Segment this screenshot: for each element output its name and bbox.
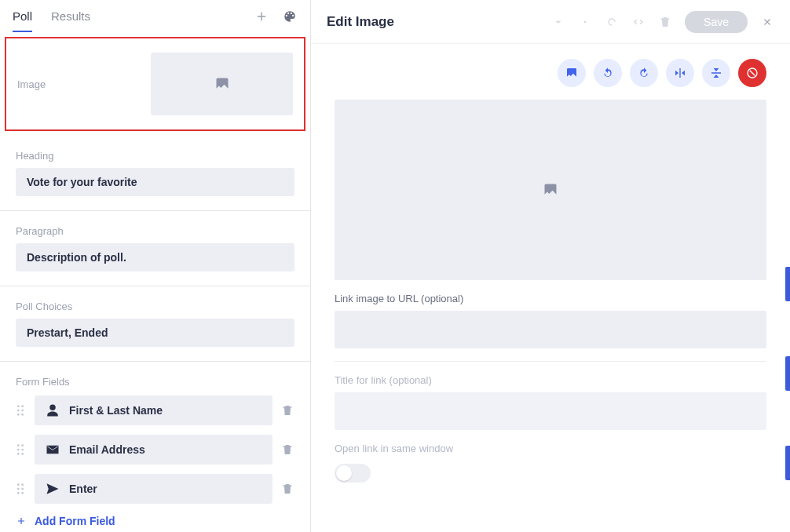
- edge-tab[interactable]: [785, 446, 790, 480]
- tab-poll[interactable]: Poll: [13, 0, 32, 32]
- svg-point-0: [17, 405, 20, 407]
- svg-point-8: [17, 449, 20, 451]
- svg-point-14: [17, 488, 20, 490]
- edit-panel: Edit Image Save: [311, 0, 790, 532]
- add-form-field-button[interactable]: Add Form Field: [16, 515, 294, 527]
- pollchoices-label: Poll Choices: [16, 301, 294, 312]
- link-url-input[interactable]: [335, 311, 766, 348]
- plus-icon: [16, 516, 27, 527]
- drag-icon: [16, 443, 25, 456]
- svg-point-3: [21, 410, 24, 412]
- remove-image-button[interactable]: [738, 59, 766, 87]
- person-icon: [46, 403, 60, 417]
- block-heading[interactable]: Heading: [0, 136, 310, 211]
- trash-icon: [659, 16, 671, 28]
- section-divider: [335, 361, 766, 362]
- rotate-left-button[interactable]: [594, 59, 622, 87]
- svg-point-1: [21, 405, 24, 407]
- link-url-label: Link image to URL (optional): [335, 293, 766, 304]
- form-field-row: Enter: [16, 474, 294, 504]
- image-icon: [543, 182, 558, 198]
- heading-label: Heading: [16, 150, 294, 162]
- code-icon: [632, 16, 645, 28]
- edit-body: Link image to URL (optional) Title for l…: [311, 43, 790, 532]
- form-field-name[interactable]: First & Last Name: [35, 395, 272, 425]
- svg-point-2: [17, 410, 20, 412]
- same-window-label: Open link in same window: [335, 443, 453, 454]
- delete-field-button[interactable]: [280, 443, 294, 457]
- close-icon: [762, 16, 773, 27]
- pollchoices-input[interactable]: [16, 319, 294, 347]
- close-button[interactable]: [760, 15, 774, 29]
- edit-panel-title: Edit Image: [327, 14, 394, 30]
- drag-handle[interactable]: [16, 443, 27, 456]
- svg-point-17: [21, 492, 24, 494]
- edge-tab[interactable]: [785, 267, 790, 301]
- svg-point-13: [21, 483, 24, 486]
- form-field-submit[interactable]: Enter: [35, 474, 272, 504]
- svg-point-18: [584, 20, 587, 23]
- delete-field-button[interactable]: [280, 403, 294, 417]
- svg-point-6: [17, 444, 20, 446]
- form-field-email[interactable]: Email Address: [35, 435, 272, 465]
- plus-icon: [254, 9, 269, 24]
- add-form-field-label: Add Form Field: [35, 515, 115, 527]
- drag-handle[interactable]: [16, 404, 27, 417]
- redo-icon: [638, 67, 650, 79]
- trash-icon: [281, 443, 294, 456]
- paragraph-label: Paragraph: [16, 225, 294, 237]
- add-block-button[interactable]: [254, 9, 269, 24]
- flip-vertical-button[interactable]: [702, 59, 730, 87]
- rotate-right-button[interactable]: [630, 59, 658, 87]
- edge-tab[interactable]: [785, 356, 790, 391]
- revert-button[interactable]: [605, 15, 619, 29]
- block-image[interactable]: Image: [5, 37, 305, 131]
- svg-point-4: [17, 414, 20, 416]
- send-icon: [46, 482, 60, 496]
- form-field-row: First & Last Name: [16, 395, 294, 425]
- save-button[interactable]: Save: [685, 11, 748, 33]
- svg-point-11: [21, 453, 24, 455]
- image-placeholder[interactable]: [151, 53, 293, 115]
- drag-handle[interactable]: [16, 483, 27, 495]
- tab-results[interactable]: Results: [51, 0, 90, 32]
- formfields-label: Form Fields: [16, 376, 294, 388]
- flip-horizontal-icon: [674, 67, 686, 79]
- form-field-label: Email Address: [69, 443, 145, 456]
- dot-icon: [579, 16, 591, 28]
- svg-point-15: [21, 488, 24, 490]
- svg-point-9: [21, 449, 24, 451]
- image-toolbar: [335, 59, 766, 87]
- form-field-label: First & Last Name: [69, 404, 163, 417]
- block-paragraph[interactable]: Paragraph: [0, 211, 310, 286]
- image-icon: [214, 76, 230, 92]
- svg-point-12: [17, 483, 20, 486]
- same-window-toggle[interactable]: [335, 464, 371, 483]
- unknown-action[interactable]: [578, 15, 592, 29]
- drag-icon: [16, 483, 25, 495]
- image-icon: [565, 67, 578, 79]
- edit-header: Edit Image Save: [311, 0, 790, 43]
- trash-icon: [281, 404, 294, 417]
- theme-settings-button[interactable]: [282, 9, 298, 24]
- form-field-label: Enter: [69, 483, 97, 495]
- svg-point-7: [21, 444, 24, 446]
- block-poll-choices[interactable]: Poll Choices: [0, 286, 310, 362]
- delete-field-button[interactable]: [280, 482, 294, 496]
- svg-point-5: [21, 414, 24, 416]
- envelope-icon: [46, 443, 60, 457]
- code-view-button[interactable]: [631, 15, 646, 29]
- paragraph-input[interactable]: [16, 243, 294, 271]
- heading-input[interactable]: [16, 168, 294, 196]
- remove-icon: [746, 67, 759, 79]
- delete-button[interactable]: [658, 15, 672, 29]
- link-title-input[interactable]: [335, 392, 766, 430]
- svg-point-16: [17, 492, 20, 494]
- flip-horizontal-button[interactable]: [666, 59, 694, 87]
- image-preview[interactable]: [335, 100, 766, 280]
- dropdown-button[interactable]: [551, 15, 565, 29]
- palette-icon: [283, 9, 297, 24]
- flip-vertical-icon: [710, 67, 722, 79]
- replace-image-button[interactable]: [558, 59, 586, 87]
- tabs-bar: Poll Results: [0, 0, 310, 32]
